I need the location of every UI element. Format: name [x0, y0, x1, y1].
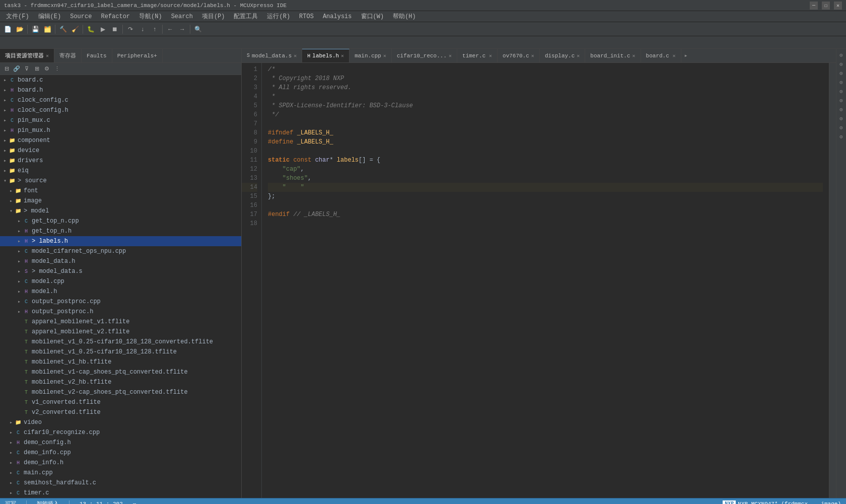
tree-pin-mux-c[interactable]: ▸ C pin_mux.c: [0, 115, 241, 125]
menu-search[interactable]: Search: [167, 12, 197, 21]
tb-back[interactable]: ←: [165, 24, 176, 35]
tree-demo-info-cpp[interactable]: ▸ C demo_info.cpp: [0, 448, 241, 458]
tab-project-explorer-close[interactable]: ✕: [46, 53, 49, 59]
tab-close-cifar10[interactable]: ✕: [449, 53, 452, 59]
tab-board-init[interactable]: board_init.c ✕: [585, 49, 641, 62]
tab-labels-h[interactable]: H labels.h ✕: [302, 49, 349, 62]
tree-mobilenet-v2-hb[interactable]: T mobilenet_v2_hb.tflite: [0, 377, 241, 387]
rs-icon-9[interactable]: ⊙: [837, 123, 845, 131]
tab-peripherals[interactable]: Peripherals+: [112, 49, 163, 62]
tb-step-in[interactable]: ↓: [137, 24, 148, 35]
tab-ov7670[interactable]: ov7670.c ✕: [498, 49, 540, 62]
link-editor-button[interactable]: 🔗: [12, 64, 21, 74]
menu-file[interactable]: 文件(F): [2, 11, 33, 22]
tree-main-cpp[interactable]: ▸ C main.cpp: [0, 468, 241, 478]
tb-search[interactable]: 🔍: [192, 24, 203, 35]
menu-navigate[interactable]: 导航(N): [135, 11, 166, 22]
tree-video[interactable]: ▸ 📁 video: [0, 417, 241, 427]
tab-project-explorer[interactable]: 项目资源管理器 ✕: [0, 49, 54, 62]
tb-save[interactable]: 💾: [30, 24, 41, 35]
tb-new[interactable]: 📄: [2, 24, 13, 35]
tb-step-out[interactable]: ↑: [149, 24, 160, 35]
tree-eiq[interactable]: ▸ 📁 eiq: [0, 166, 241, 176]
rs-icon-8[interactable]: ⊙: [837, 114, 845, 122]
tb-forward[interactable]: →: [177, 24, 188, 35]
tree-image[interactable]: ▸ 📁 image: [0, 196, 241, 206]
tab-close-board-c[interactable]: ✕: [673, 53, 676, 59]
close-button[interactable]: ✕: [834, 2, 842, 10]
menu-window[interactable]: 窗口(W): [357, 11, 388, 22]
tb-build[interactable]: 🔨: [57, 24, 68, 35]
tab-board-c[interactable]: board.c ✕: [641, 49, 681, 62]
menu-source[interactable]: Source: [66, 12, 96, 21]
tree-drivers[interactable]: ▸ 📁 drivers: [0, 156, 241, 166]
rs-icon-10[interactable]: ⊙: [837, 132, 845, 140]
tab-close-model-data-s[interactable]: ✕: [294, 53, 297, 59]
tree-model[interactable]: ▾ 📁 > model: [0, 206, 241, 216]
editor-tabs-more[interactable]: ▸: [681, 49, 691, 62]
tree-timer-c[interactable]: ▸ C timer.c: [0, 488, 241, 498]
expand-all-button[interactable]: ⊞: [32, 64, 41, 74]
tree-model-cifarnet[interactable]: ▸ C model_cifarnet_ops_npu.cpp: [0, 246, 241, 256]
tree-semihost[interactable]: ▸ C semihost_hardfault.c: [0, 478, 241, 488]
menu-help[interactable]: 帮助(H): [389, 11, 420, 22]
menu-refactor[interactable]: Refactor: [97, 12, 134, 21]
tab-close-display[interactable]: ✕: [577, 53, 580, 59]
tab-close-labels-h[interactable]: ✕: [341, 53, 344, 59]
sidebar-more-button[interactable]: ⋮: [52, 64, 61, 74]
tab-model-data-s[interactable]: S model_data.s ✕: [242, 49, 302, 62]
tree-font[interactable]: ▸ 📁 font: [0, 186, 241, 196]
tree-clock-config-c[interactable]: ▸ C clock_config.c: [0, 95, 241, 105]
menu-edit[interactable]: 编辑(E): [34, 11, 65, 22]
editor-scrollbar[interactable]: [829, 63, 836, 498]
tree-mobilenet-v1-converted[interactable]: T mobilenet_v1_0.25-cifar10_128_128_conv…: [0, 337, 241, 347]
tb-step-over[interactable]: ↷: [125, 24, 136, 35]
tab-display[interactable]: display.c ✕: [540, 49, 585, 62]
tree-demo-info-h[interactable]: ▸ H demo_info.h: [0, 458, 241, 468]
tb-stop[interactable]: ⏹: [109, 24, 120, 35]
tree-mobilenet-v1-cap[interactable]: T mobilenet_v1-cap_shoes_ptq_converted.t…: [0, 367, 241, 377]
tree-mobilenet-v1-hb[interactable]: T mobilenet_v1_hb.tflite: [0, 357, 241, 367]
rs-icon-2[interactable]: ⊙: [837, 60, 845, 68]
tb-run[interactable]: ▶: [97, 24, 108, 35]
tree-source[interactable]: ▾ 📁 > source: [0, 176, 241, 186]
tree-v2-converted[interactable]: T v2_converted.tflite: [0, 407, 241, 417]
tab-close-board-init[interactable]: ✕: [632, 53, 636, 59]
tree-apparel-v2-tflite[interactable]: T apparel_mobilenet_v2.tflite: [0, 327, 241, 337]
code-content[interactable]: /* * Copyright 2018 NXP * All rights res…: [262, 63, 829, 498]
tb-clean[interactable]: 🧹: [69, 24, 81, 35]
tab-close-timer[interactable]: ✕: [489, 53, 492, 59]
tree-output-postproc-h[interactable]: ▸ H output_postproc.h: [0, 307, 241, 317]
tree-get-top-n-cpp[interactable]: ▸ C get_top_n.cpp: [0, 216, 241, 226]
tree-get-top-n-h[interactable]: ▸ H get_top_n.h: [0, 226, 241, 236]
tree-model-data-h[interactable]: ▸ H model_data.h: [0, 256, 241, 266]
tree-cifar10-cpp[interactable]: ▸ C cifar10_recognize.cpp: [0, 427, 241, 438]
filter-button[interactable]: ⊽: [22, 64, 31, 74]
tree-model-cpp[interactable]: ▸ C model.cpp: [0, 276, 241, 286]
rs-icon-6[interactable]: ⊙: [837, 96, 845, 104]
tab-registers[interactable]: 寄存器: [54, 49, 82, 62]
tab-cifar10[interactable]: cifar10_reco... ✕: [392, 49, 457, 62]
menu-run[interactable]: 运行(R): [263, 11, 294, 22]
maximize-button[interactable]: ☐: [822, 2, 830, 10]
tree-demo-config-h[interactable]: ▸ H demo_config.h: [0, 438, 241, 448]
tree-v1-converted[interactable]: T v1_converted.tflite: [0, 397, 241, 407]
tree-mobilenet-v1-128[interactable]: T mobilenet_v1_0.25-cifar10_128_128.tfli…: [0, 347, 241, 357]
collapse-all-button[interactable]: ⊟: [2, 64, 11, 74]
tab-close-main-cpp[interactable]: ✕: [383, 53, 386, 59]
tree-model-h[interactable]: ▸ H model.h: [0, 286, 241, 297]
sidebar-settings-button[interactable]: ⚙: [42, 64, 51, 74]
tree-pin-mux-h[interactable]: ▸ H pin_mux.h: [0, 125, 241, 135]
tree-apparel-v1-tflite[interactable]: T apparel_mobilenet_v1.tflite: [0, 317, 241, 327]
menu-analysis[interactable]: Analysis: [319, 12, 356, 21]
tab-close-ov7670[interactable]: ✕: [531, 53, 534, 59]
rs-icon-7[interactable]: ⊙: [837, 105, 845, 113]
menu-project[interactable]: 项目(P): [198, 11, 229, 22]
tb-debug[interactable]: 🐛: [85, 24, 96, 35]
minimize-button[interactable]: —: [810, 2, 818, 10]
tree-board-c[interactable]: ▸ C board.c: [0, 75, 241, 85]
rs-icon-3[interactable]: ⊙: [837, 69, 845, 77]
rs-icon-4[interactable]: ⊙: [837, 78, 845, 86]
tab-faults[interactable]: Faults: [82, 49, 112, 62]
tree-component[interactable]: ▸ 📁 component: [0, 135, 241, 146]
